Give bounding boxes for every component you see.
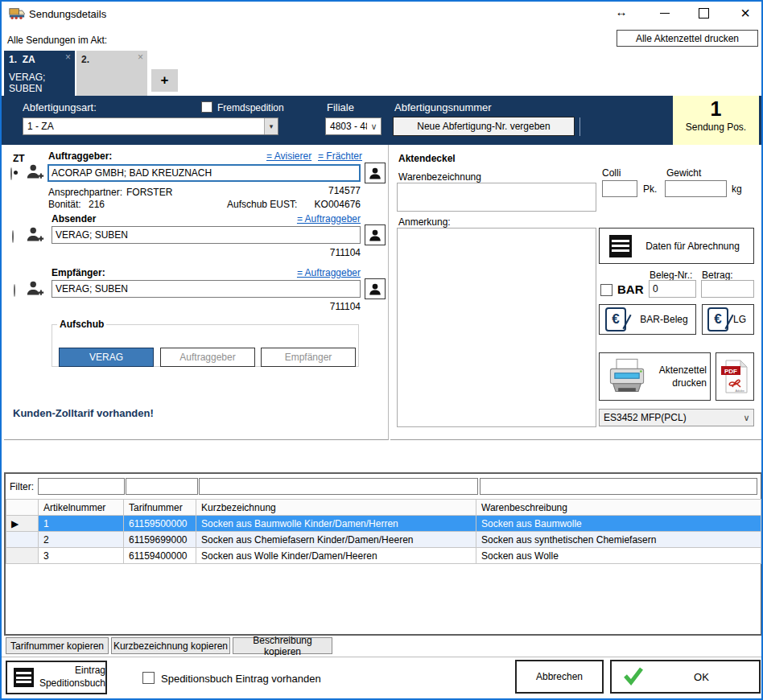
abbrechen-button[interactable]: Abbrechen bbox=[515, 660, 604, 694]
aktenzettel-drucken-button[interactable]: Aktenzettel drucken bbox=[599, 352, 711, 401]
tab1-client-line2: SUBEN bbox=[9, 83, 70, 94]
col-warenbeschreibung[interactable]: Warenbeschreibung bbox=[476, 500, 761, 516]
empfaenger-radio[interactable] bbox=[14, 284, 15, 297]
drucker-chevron-icon[interactable]: ∨ bbox=[740, 410, 753, 426]
resize-icon[interactable]: ↔ bbox=[607, 5, 636, 24]
cell-artikelnummer[interactable]: 1 bbox=[39, 516, 124, 532]
col-tarifnummer[interactable]: Tarifnummer bbox=[124, 500, 196, 516]
aufschub-auftraggeber-button[interactable]: Auftraggeber bbox=[160, 348, 255, 367]
table-row[interactable]: 2 61159699000 Socken aus Chemiefasern Ki… bbox=[6, 532, 761, 548]
shipment-tab-strip: 1. ZA × VERAG; SUBEN 2. × + bbox=[4, 51, 245, 96]
col-kurzbezeichnung[interactable]: Kurzbezeichnung bbox=[196, 500, 476, 516]
aufschub-verag-button[interactable]: VERAG bbox=[59, 348, 154, 367]
cell-warenbeschreibung[interactable]: Socken aus synthetischen Chemiefasern bbox=[476, 532, 761, 548]
drucker-combo[interactable]: ES3452 MFP(PCL) ∨ bbox=[599, 409, 754, 426]
kurzbezeichnung-kopieren-button[interactable]: Kurzbezeichnung kopieren bbox=[111, 637, 230, 654]
aufschub-eust-value: KO004676 bbox=[280, 199, 361, 210]
neue-abfertigungsnummer-button[interactable]: Neue Abfertigung-Nr. vergeben bbox=[393, 117, 575, 136]
tab-shipment-2[interactable]: 2. × bbox=[76, 51, 147, 96]
row-selector-cell[interactable] bbox=[6, 532, 39, 548]
row-marker-icon: ▶ bbox=[6, 516, 39, 532]
cell-tarifnummer[interactable]: 61159400000 bbox=[124, 548, 196, 564]
empfaenger-add-person-icon[interactable] bbox=[26, 279, 45, 301]
betrag-label: Betrag: bbox=[702, 270, 733, 281]
filter-artikelnummer-input[interactable] bbox=[38, 478, 125, 495]
anmerkung-input[interactable] bbox=[397, 228, 596, 427]
daten-fuer-abrechnung-button[interactable]: Daten für Abrechnung bbox=[599, 228, 754, 264]
tab1-code: ZA bbox=[23, 54, 35, 65]
table-row[interactable]: ▶ 1 61159500000 Socken aus Baumwolle Kin… bbox=[6, 516, 761, 532]
tarifnummer-kopieren-button[interactable]: Tarifnummer kopieren bbox=[6, 637, 109, 654]
cell-artikelnummer[interactable]: 2 bbox=[39, 532, 124, 548]
tab-shipment-1[interactable]: 1. ZA × VERAG; SUBEN bbox=[4, 51, 75, 96]
pk-label: Pk. bbox=[643, 183, 657, 195]
auftraggeber-radio[interactable] bbox=[10, 167, 12, 180]
tabs-label: Alle Sendungen im Akt: bbox=[7, 35, 107, 46]
absender-contact-button[interactable] bbox=[365, 224, 386, 245]
row-selector-cell[interactable] bbox=[6, 548, 39, 564]
bonitaet-value: 216 bbox=[89, 199, 105, 210]
absender-radio[interactable] bbox=[12, 230, 14, 243]
aufschub-legend: Aufschub bbox=[57, 319, 106, 330]
euro-receipt-icon: € bbox=[605, 307, 626, 331]
empfaenger-gleich-auftraggeber-link[interactable]: = Auftraggeber bbox=[280, 267, 361, 278]
table-row[interactable]: 3 61159400000 Socken aus Wolle Kinder/Da… bbox=[6, 548, 761, 564]
absender-add-person-icon[interactable] bbox=[26, 225, 45, 247]
warenbezeichnung-input[interactable] bbox=[397, 183, 596, 212]
list-icon bbox=[609, 235, 632, 257]
fraechter-link[interactable]: = Frächter bbox=[318, 150, 362, 162]
filter-warenbeschreibung-input[interactable] bbox=[480, 478, 757, 495]
eintrag-speditionsbuch-button[interactable]: Eintrag Speditionsbuch bbox=[6, 661, 107, 694]
speditionsbuch-checkbox[interactable] bbox=[142, 672, 155, 684]
empfaenger-contact-button[interactable] bbox=[365, 278, 386, 299]
auftraggeber-contact-button[interactable] bbox=[365, 163, 386, 183]
auftraggeber-add-person-icon[interactable] bbox=[26, 163, 45, 184]
gewicht-input[interactable] bbox=[665, 180, 727, 197]
title-bar: Sendungsdetails ↔ × bbox=[2, 2, 761, 26]
beschreibung-kopieren-button[interactable]: Beschreibung kopieren bbox=[233, 637, 332, 654]
tab1-client-line1: VERAG; bbox=[9, 72, 70, 83]
absender-input[interactable] bbox=[52, 226, 361, 244]
close-button[interactable]: × bbox=[736, 2, 755, 23]
filter-kurzbezeichnung-input[interactable] bbox=[199, 478, 478, 495]
cell-kurzbezeichnung[interactable]: Socken aus Wolle Kinder/Damen/Heeren bbox=[196, 548, 476, 564]
cell-warenbeschreibung[interactable]: Socken aus Baumwolle bbox=[476, 516, 761, 532]
bar-beleg-button[interactable]: € BAR-Beleg bbox=[599, 304, 696, 335]
empfaenger-input[interactable] bbox=[52, 280, 361, 298]
abfertigungsart-combo[interactable]: 1 - ZA ▾ bbox=[23, 117, 278, 135]
window-title: Sendungsdetails bbox=[29, 8, 106, 20]
bar-checkbox[interactable] bbox=[600, 284, 612, 296]
avisierer-link[interactable]: = Avisierer bbox=[266, 150, 311, 162]
add-shipment-button[interactable]: + bbox=[151, 69, 178, 92]
lg-label: LG bbox=[733, 314, 746, 325]
abfertigungsart-label: Abfertigungsart: bbox=[23, 101, 97, 113]
combo-arrow-icon[interactable]: ▾ bbox=[264, 118, 278, 134]
empfaenger-kundennummer: 711104 bbox=[280, 301, 361, 312]
auftraggeber-input[interactable] bbox=[47, 164, 361, 182]
aufschub-empfaenger-button[interactable]: Empfänger bbox=[261, 348, 356, 367]
cell-tarifnummer[interactable]: 61159500000 bbox=[124, 516, 196, 532]
tab1-close-icon[interactable]: × bbox=[65, 53, 71, 61]
beleg-nr-input[interactable] bbox=[649, 280, 696, 298]
minimize-button[interactable] bbox=[660, 13, 670, 14]
betrag-input[interactable] bbox=[701, 280, 754, 298]
filiale-combo[interactable]: 4803 - 480 ∨ bbox=[325, 117, 382, 135]
alle-aktenzettel-drucken-button[interactable]: Alle Aktenzettel drucken bbox=[617, 30, 758, 47]
fremdspedition-checkbox[interactable] bbox=[201, 101, 212, 113]
colli-input[interactable] bbox=[602, 180, 637, 197]
tab2-close-icon[interactable]: × bbox=[138, 53, 143, 61]
ok-button[interactable]: OK bbox=[610, 660, 761, 694]
maximize-button[interactable] bbox=[699, 8, 709, 19]
col-artikelnummer[interactable]: Artikelnummer bbox=[39, 500, 124, 516]
pdf-button[interactable]: PDF Adobe bbox=[716, 352, 754, 401]
cell-artikelnummer[interactable]: 3 bbox=[39, 548, 124, 564]
lg-button[interactable]: € LG bbox=[702, 304, 754, 335]
cell-warenbeschreibung[interactable]: Socken aus Wolle bbox=[476, 548, 761, 564]
aufschub-group: Aufschub VERAG Auftraggeber Empfänger bbox=[52, 319, 359, 367]
filter-tarifnummer-input[interactable] bbox=[126, 478, 198, 495]
cell-tarifnummer[interactable]: 61159699000 bbox=[124, 532, 196, 548]
filiale-chevron-icon[interactable]: ∨ bbox=[367, 118, 381, 134]
cell-kurzbezeichnung[interactable]: Socken aus Chemiefasern Kinder/Damen/Hee… bbox=[196, 532, 476, 548]
cell-kurzbezeichnung[interactable]: Socken aus Baumwolle Kinder/Damen/Herren bbox=[196, 516, 476, 532]
absender-gleich-auftraggeber-link[interactable]: = Auftraggeber bbox=[280, 213, 361, 224]
